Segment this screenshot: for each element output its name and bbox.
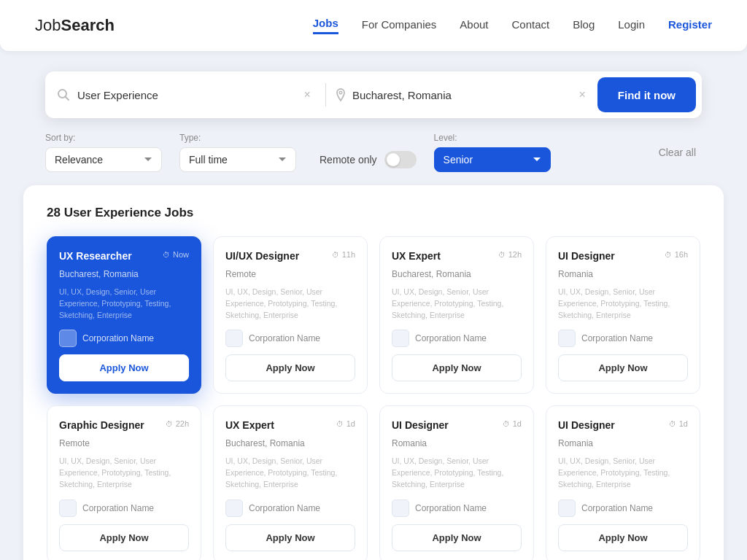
clock-icon: ⏱ [669,420,676,428]
logo: JobSearch [35,16,115,35]
job-time: ⏱Now [163,250,189,259]
nav-contact[interactable]: Contact [512,18,550,34]
remote-toggle-row: Remote only [320,146,417,174]
job-tags: UI, UX, Design, Senior, User Experience,… [392,456,522,490]
company-row: Corporation Name [59,499,189,517]
type-label: Type: [179,133,296,143]
keyword-clear-icon[interactable]: × [298,85,317,104]
job-card: UI Designer ⏱1d Romania UI, UX, Design, … [379,405,534,560]
job-card-header: Graphic Designer ⏱22h [59,419,189,431]
remote-label [320,131,417,141]
keyword-input[interactable] [77,89,298,101]
job-card: UX Expert ⏱12h Bucharest, Romania UI, UX… [379,236,534,394]
job-tags: UI, UX, Design, Senior, User Experience,… [225,456,355,490]
job-location: Romania [558,269,688,279]
search-bar: × × Find it now [45,71,702,118]
svg-line-1 [66,97,69,101]
nav-about[interactable]: About [460,18,488,34]
company-row: Corporation Name [558,499,688,517]
company-row: Corporation Name [392,499,522,517]
job-tags: UI, UX, Design, Senior, User Experience,… [392,287,522,321]
filters-bar: Sort by: Relevance Date Salary Type: Ful… [45,131,702,174]
location-input[interactable] [352,89,573,101]
nav-blog[interactable]: Blog [573,18,595,34]
jobs-grid: UX Researcher ⏱Now Bucharest, Romania UI… [47,236,700,560]
sort-filter: Sort by: Relevance Date Salary [45,133,162,172]
job-title: UI/UX Designer [225,250,299,262]
job-card-header: UX Expert ⏱1d [225,419,355,431]
nav-login[interactable]: Login [618,18,645,34]
clear-all-button[interactable]: Clear all [653,144,702,161]
type-select[interactable]: Full time Part time Contract Internship [179,147,296,172]
company-row: Corporation Name [225,330,355,347]
job-card: UI Designer ⏱16h Romania UI, UX, Design,… [546,236,700,394]
apply-button[interactable]: Apply Now [225,524,355,551]
job-card: UI Designer ⏱1d Romania UI, UX, Design, … [546,405,700,560]
logo-bold: Search [61,16,114,34]
svg-point-2 [339,91,342,94]
level-label: Level: [434,133,551,143]
apply-button[interactable]: Apply Now [558,524,688,551]
job-title: UI Designer [392,419,449,431]
company-name: Corporation Name [415,503,487,513]
company-logo [392,499,409,517]
apply-button[interactable]: Apply Now [225,354,355,381]
job-card: UX Researcher ⏱Now Bucharest, Romania UI… [47,236,201,394]
search-section: × × Find it now [45,71,702,118]
company-logo [558,330,576,347]
job-card: UI/UX Designer ⏱11h Remote UI, UX, Desig… [213,236,368,394]
job-time: ⏱22h [166,419,189,428]
company-name: Corporation Name [82,333,154,343]
job-tags: UI, UX, Design, Senior, User Experience,… [558,287,688,321]
company-logo [558,499,576,517]
search-icon [57,88,70,101]
company-row: Corporation Name [59,330,189,347]
find-button[interactable]: Find it now [597,77,696,112]
location-icon [335,88,347,101]
remote-text: Remote only [320,154,377,166]
sort-select[interactable]: Relevance Date Salary [45,147,162,172]
clock-icon: ⏱ [665,251,672,259]
company-name: Corporation Name [581,333,653,343]
type-filter: Type: Full time Part time Contract Inter… [179,133,296,172]
company-logo [225,330,243,347]
company-logo [59,499,77,517]
apply-button[interactable]: Apply Now [392,354,522,381]
nav-for-companies[interactable]: For Companies [362,18,437,34]
job-location: Bucharest, Romania [59,269,189,279]
apply-button[interactable]: Apply Now [59,524,189,551]
company-name: Corporation Name [249,503,320,513]
job-time: ⏱11h [332,250,355,259]
job-card-header: UI/UX Designer ⏱11h [225,250,355,262]
job-title: UX Expert [225,419,274,431]
company-row: Corporation Name [225,499,355,517]
job-card-header: UI Designer ⏱1d [392,419,522,431]
apply-button[interactable]: Apply Now [59,354,189,381]
apply-button[interactable]: Apply Now [558,354,688,381]
job-tags: UI, UX, Design, Senior, User Experience,… [59,456,189,490]
job-location: Romania [392,438,522,448]
logo-light: Job [35,16,61,34]
job-location: Remote [225,269,355,279]
job-card: Graphic Designer ⏱22h Remote UI, UX, Des… [47,405,201,560]
clock-icon: ⏱ [166,420,173,428]
clock-icon: ⏱ [336,420,344,428]
job-title: Graphic Designer [59,419,144,431]
company-logo [59,330,77,347]
company-name: Corporation Name [581,503,653,513]
company-name: Corporation Name [415,333,487,343]
level-select[interactable]: Junior Mid Senior Lead [434,147,551,172]
sort-label: Sort by: [45,133,162,143]
company-row: Corporation Name [392,330,522,347]
apply-button[interactable]: Apply Now [392,524,522,551]
remote-toggle[interactable] [384,151,417,168]
nav-register[interactable]: Register [668,18,712,34]
header: JobSearch Jobs For Companies About Conta… [0,0,747,51]
company-name: Corporation Name [249,333,320,343]
clock-icon: ⏱ [498,251,506,259]
job-time: ⏱1d [336,419,355,428]
company-logo [392,330,409,347]
job-card: UX Expert ⏱1d Bucharest, Romania UI, UX,… [213,405,368,560]
location-clear-icon[interactable]: × [573,85,592,104]
nav-jobs[interactable]: Jobs [313,17,338,34]
